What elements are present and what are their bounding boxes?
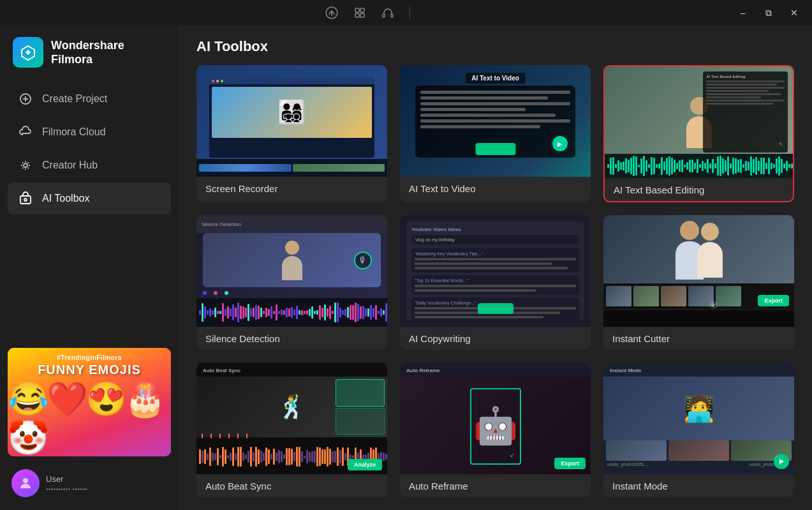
sd-mic-icon: 🎙: [354, 251, 372, 269]
content-header: AI Toolbox: [179, 26, 812, 65]
wave-bar: [702, 161, 704, 170]
tool-label: AI Copywriting: [400, 327, 591, 350]
wave-bar: [319, 305, 321, 320]
wave-bar: [245, 308, 247, 317]
wave-bar: [212, 310, 214, 315]
thumb-bg: Silence Detection 🎙: [196, 215, 387, 327]
wave-bar: [296, 447, 298, 467]
wave-bar: [666, 158, 668, 174]
user-row[interactable]: User •••••••••• ••••••: [8, 464, 171, 502]
sidebar-item-ai-toolbox[interactable]: AI Toolbox: [8, 183, 171, 214]
wave-bar: [301, 310, 303, 315]
tool-card-ai-text-based-editing[interactable]: AI Text Based Editing: [603, 65, 794, 202]
copy-text-block-2: "Top 10 Essential Words...": [411, 275, 579, 295]
tool-card-ai-text-to-video[interactable]: AI Text to Video: [400, 65, 591, 202]
wave-bar: [242, 453, 244, 461]
main-layout: Wondershare Filmora Create Project: [0, 26, 812, 510]
ate-line: [706, 84, 776, 86]
wave-bar: [656, 164, 658, 169]
wave-bar: [296, 306, 298, 320]
titlebar: – ⧉ ✕: [0, 0, 812, 26]
wave-bar: [309, 309, 311, 316]
tool-card-auto-reframe[interactable]: Auto Reframe 🤖 ↙ Export Auto Reframe: [400, 363, 591, 497]
wave-bar: [327, 308, 328, 317]
sidebar-item-creator-hub[interactable]: Creator Hub: [8, 149, 171, 181]
wave-bar: [291, 307, 293, 319]
wave-bar: [686, 162, 688, 169]
upload-icon[interactable]: [323, 4, 341, 22]
copy-action-btn: [478, 303, 513, 314]
person-body: [282, 256, 302, 280]
tool-card-screen-recorder[interactable]: 👨‍👩‍👧‍👦 Screen Recorder: [196, 65, 387, 202]
wave-bar: [334, 451, 336, 462]
ate-cursor: ↖: [779, 141, 784, 147]
wave-bar: [383, 310, 385, 315]
wave-bar: [309, 452, 311, 461]
sidebar-item-label: AI Toolbox: [42, 193, 89, 204]
atv-line: [420, 114, 556, 117]
grid-icon[interactable]: [351, 4, 369, 22]
nav-items: Create Project Filmora Cloud Creato: [0, 83, 179, 214]
wave-bar: [329, 449, 331, 465]
wave-bar: [217, 448, 219, 465]
atv-line: [420, 91, 570, 94]
wave-bar: [712, 159, 714, 174]
wave-bar: [668, 156, 670, 176]
sidebar-item-create-project[interactable]: Create Project: [8, 83, 171, 115]
abs-label: Auto Beat Sync: [203, 368, 240, 373]
wave-bar: [321, 449, 323, 464]
ate-line: [706, 93, 781, 95]
tool-card-auto-beat-sync[interactable]: Auto Beat Sync 🕺: [196, 363, 387, 497]
tool-thumbnail-auto-reframe: Auto Reframe 🤖 ↙ Export: [400, 363, 591, 474]
tool-card-instant-mode[interactable]: Instant Mode 🧑‍💻: [603, 363, 794, 497]
wave-bar: [311, 306, 313, 319]
atv-line: [420, 102, 570, 105]
content-area: AI Toolbox: [179, 26, 812, 510]
tool-thumbnail-ai-text-to-video: AI Text to Video: [400, 65, 591, 177]
minimize-button[interactable]: –: [733, 4, 753, 22]
close-button[interactable]: ✕: [784, 4, 804, 22]
wave-bar: [344, 309, 346, 316]
wave-bar: [276, 453, 277, 460]
abs-main-photo: 🕺: [196, 377, 387, 437]
wave-bar: [753, 159, 755, 173]
sidebar-item-filmora-cloud[interactable]: Filmora Cloud: [8, 116, 171, 148]
wave-bar: [635, 156, 637, 176]
wave-bar: [237, 447, 239, 467]
wave-bar: [342, 447, 344, 466]
wave-bar: [311, 451, 313, 462]
wave-bar: [219, 311, 221, 314]
wave-bar: [324, 304, 326, 320]
wave-bar: [370, 305, 372, 320]
tool-card-instant-cutter[interactable]: ↙ Export Instant Cutter: [603, 215, 794, 350]
beat-mark: [210, 433, 212, 439]
timeline-strip-2: [293, 164, 385, 172]
copy-text-line: [415, 316, 543, 319]
restore-button[interactable]: ⧉: [758, 4, 779, 22]
headphone-icon[interactable]: [379, 4, 397, 22]
wave-bar: [255, 305, 257, 320]
titlebar-icons: [323, 4, 413, 22]
pb2: [697, 242, 723, 278]
atv-bottom-btn: [475, 143, 515, 155]
wave-bar: [199, 449, 201, 464]
wave-bar: [607, 164, 609, 167]
sidebar-item-label: Creator Hub: [42, 160, 98, 171]
screen-display: 👨‍👩‍👧‍👦: [209, 78, 374, 158]
tool-card-silence-detection[interactable]: Silence Detection 🎙: [196, 215, 387, 350]
wave-bar: [676, 163, 678, 169]
wave-bar: [732, 158, 734, 174]
beat-mark: [202, 433, 203, 439]
tool-card-ai-copywriting[interactable]: Youtube Video Ideas Vlog on my birthday …: [400, 215, 591, 350]
im-play-btn: [774, 454, 789, 469]
atv-lines: [420, 91, 570, 128]
wave-bar: [258, 306, 260, 320]
wave-bar: [661, 157, 663, 175]
wave-bar: [235, 453, 237, 460]
beat-mark: [219, 433, 221, 439]
wave-bar: [691, 160, 693, 172]
wave-bar: [720, 156, 721, 176]
promo-card[interactable]: #TrendinginFilmora FUNNY EMOJIS 😂❤️😍🎂🤡: [8, 348, 171, 456]
screen-content: 👨‍👩‍👧‍👦: [209, 84, 374, 140]
svg-rect-2: [355, 8, 359, 12]
